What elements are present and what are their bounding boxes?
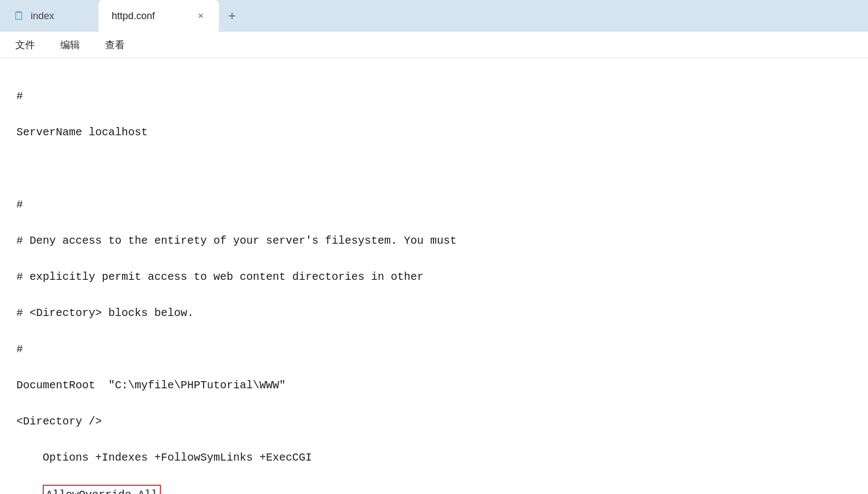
highlight-allowoverride: AllowOverride All [43,485,161,494]
line-11: Options +Indexes +FollowSymLinks +ExecCG… [16,449,852,467]
line-12: AllowOverride All [16,485,852,494]
tab-index-icon: 🗒 [13,9,25,23]
tab-add-button[interactable]: + [219,0,245,32]
menu-file[interactable]: 文件 [11,36,39,54]
tab-index-label: index [31,10,54,22]
app-window: 🗒 index httpd.conf × + 文件 编辑 查看 # Server… [0,0,868,494]
tab-close-button[interactable]: × [195,9,206,23]
tab-httpd[interactable]: httpd.conf × [99,0,219,32]
line-6: # explicitly permit access to web conten… [16,268,852,286]
menu-edit[interactable]: 编辑 [56,36,84,54]
editor-area[interactable]: # ServerName localhost # # Deny access t… [0,58,868,494]
line-2: ServerName localhost [16,123,852,141]
line-10: <Directory /> [16,412,852,430]
line-1: # [16,87,852,105]
line-5: # Deny access to the entirety of your se… [16,232,852,250]
line-9: DocumentRoot "C:\myfile\PHPTutorial\WWW" [16,376,852,394]
line-4: # [16,196,852,214]
tab-bar: 🗒 index httpd.conf × + [0,0,868,32]
tab-index[interactable]: 🗒 index [0,0,99,32]
line-3 [16,159,852,177]
line-7: # <Directory> blocks below. [16,304,852,322]
line-8: # [16,340,852,358]
menu-bar: 文件 编辑 查看 [0,32,868,58]
tab-httpd-label: httpd.conf [112,10,155,22]
menu-view[interactable]: 查看 [101,36,129,54]
